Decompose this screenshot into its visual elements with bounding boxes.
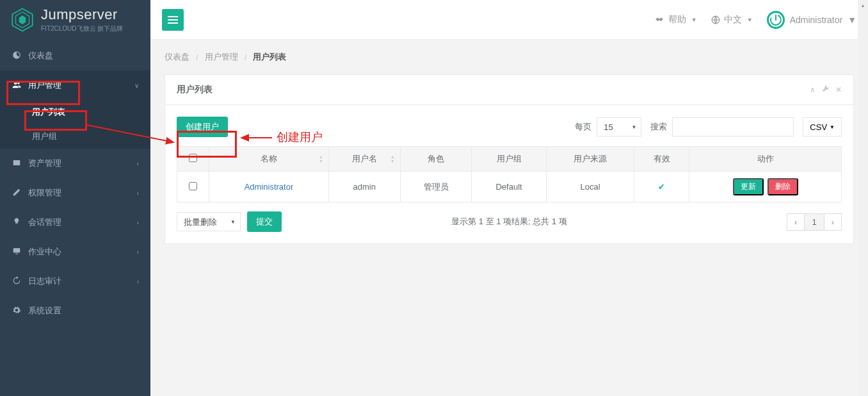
caret-down-icon: ▼ [747,17,753,23]
cell-username: admin [328,172,400,202]
sidebar-item-label: 系统设置 [28,305,61,317]
topbar: 帮助 ▼ 中文 ▼ Administrator ▼ [150,0,868,40]
svg-rect-5 [13,248,20,252]
sidebar-item-logs[interactable]: 日志审计 ‹ [0,267,150,296]
main-content: 帮助 ▼ 中文 ▼ Administrator ▼ 仪表盘 / 用户管理 / [150,0,868,396]
chevron-down-icon: ∨ [134,82,139,89]
cell-role: 管理员 [400,172,472,202]
breadcrumb-user-mgmt[interactable]: 用户管理 [205,51,238,63]
table-row: Administrator admin 管理员 Default Local ✔ … [177,172,842,202]
chevron-left-icon: ‹ [137,219,139,226]
gear-icon [12,306,22,317]
breadcrumb-dashboard[interactable]: 仪表盘 [165,51,189,63]
chevron-left-icon: ‹ [137,278,139,285]
check-icon: ✔ [658,182,665,192]
csv-button[interactable]: CSV ▼ [803,117,842,136]
svg-rect-6 [15,253,18,254]
update-button[interactable]: 更新 [733,178,764,195]
svg-point-4 [17,81,20,84]
delete-button[interactable]: 删除 [768,178,798,195]
sidebar-item-label: 仪表盘 [28,50,53,62]
page-prev[interactable]: ‹ [787,213,805,231]
panel: 用户列表 ∧ ✕ 创建用户 每页 [165,74,854,244]
edit-icon [12,188,22,199]
cell-group: Default [472,172,546,202]
inbox-icon [12,158,22,169]
chevron-left-icon: ‹ [137,190,139,197]
breadcrumb-current: 用户列表 [253,51,286,63]
sidebar-item-label: 日志审计 [28,276,61,287]
scroll-up-icon[interactable]: ▴ [858,0,868,10]
wrench-icon[interactable] [822,85,829,94]
col-source[interactable]: 用户来源 [546,147,634,172]
submit-button[interactable]: 提交 [247,211,282,232]
toggle-sidebar-button[interactable] [162,9,184,31]
per-page-label: 每页 [575,121,591,133]
sort-icon: ▲▼ [319,154,323,163]
globe-icon [711,15,720,24]
sidebar-item-label: 作业中心 [28,246,61,258]
page-number[interactable]: 1 [804,213,824,231]
sidebar-item-dashboard[interactable]: 仪表盘 [0,41,150,70]
caret-down-icon: ▼ [691,17,697,23]
sidebar-item-label: 会话管理 [28,217,61,228]
sidebar-item-user-mgmt[interactable]: 用户管理 ∨ [0,70,150,100]
help-menu[interactable]: 帮助 ▼ [654,14,697,26]
history-icon [12,276,22,287]
user-table: 名称▲▼ 用户名▲▼ 角色 用户组 用户来源 有效 动作 Administra [177,146,842,202]
user-name-link[interactable]: Administrator [245,182,294,192]
bulk-action-select[interactable]: 批量删除 [177,212,241,231]
svg-point-3 [14,81,17,85]
brand: Jumpserver FIT2CLOUD飞致云 旗下品牌 [0,0,150,41]
result-info: 显示第 1 至 1 项结果; 总共 1 项 [451,216,567,227]
per-page-select[interactable]: 15 [597,117,641,136]
col-role[interactable]: 角色 [400,147,472,172]
handshake-icon [654,15,664,24]
search-input[interactable] [672,117,794,136]
close-icon[interactable]: ✕ [835,85,842,94]
chevron-left-icon: ‹ [137,249,139,256]
sidebar-item-settings[interactable]: 系统设置 [0,296,150,326]
users-icon [12,80,22,91]
desktop-icon [12,247,22,258]
sidebar-item-perm[interactable]: 权限管理 ‹ [0,178,150,208]
sidebar-subitem-user-group[interactable]: 用户组 [0,124,150,149]
sidebar-item-label: 资产管理 [28,158,61,169]
col-group[interactable]: 用户组 [472,147,546,172]
col-action: 动作 [689,147,842,172]
language-menu[interactable]: 中文 ▼ [711,14,753,26]
sort-icon: ▲▼ [390,154,395,163]
select-all-checkbox[interactable] [189,154,197,162]
brand-title: Jumpserver [41,6,123,23]
pagination: ‹ 1 › [787,213,842,231]
col-valid[interactable]: 有效 [634,147,689,172]
sidebar-item-label: 权限管理 [28,187,61,199]
sidebar-item-label: 用户管理 [28,79,61,91]
breadcrumb: 仪表盘 / 用户管理 / 用户列表 [150,40,868,74]
user-menu[interactable]: Administrator ▼ [767,11,856,29]
page-next[interactable]: › [824,213,842,231]
brand-logo-icon [9,6,36,33]
scrollbar[interactable]: ▴ [858,0,868,396]
dashboard-icon [12,51,22,62]
caret-down-icon: ▼ [830,124,835,130]
panel-title: 用户列表 [177,84,213,95]
col-name[interactable]: 名称▲▼ [209,147,329,172]
create-user-button[interactable]: 创建用户 [177,117,228,137]
sidebar: Jumpserver FIT2CLOUD飞致云 旗下品牌 仪表盘 用户管理 ∨ … [0,0,150,396]
sidebar-item-assets[interactable]: 资产管理 ‹ [0,149,150,178]
collapse-icon[interactable]: ∧ [810,85,816,94]
brand-subtitle: FIT2CLOUD飞致云 旗下品牌 [41,24,123,33]
rocket-icon [12,217,22,228]
chevron-left-icon: ‹ [137,160,139,167]
col-username[interactable]: 用户名▲▼ [328,147,400,172]
svg-marker-2 [19,15,26,24]
caret-down-icon: ▼ [848,15,856,25]
sidebar-item-session[interactable]: 会话管理 ‹ [0,208,150,237]
power-icon [767,11,785,29]
cell-source: Local [546,172,634,202]
search-label: 搜索 [650,121,667,133]
sidebar-item-jobs[interactable]: 作业中心 ‹ [0,237,150,267]
sidebar-subitem-user-list[interactable]: 用户列表 [0,100,150,124]
row-checkbox[interactable] [189,182,197,190]
